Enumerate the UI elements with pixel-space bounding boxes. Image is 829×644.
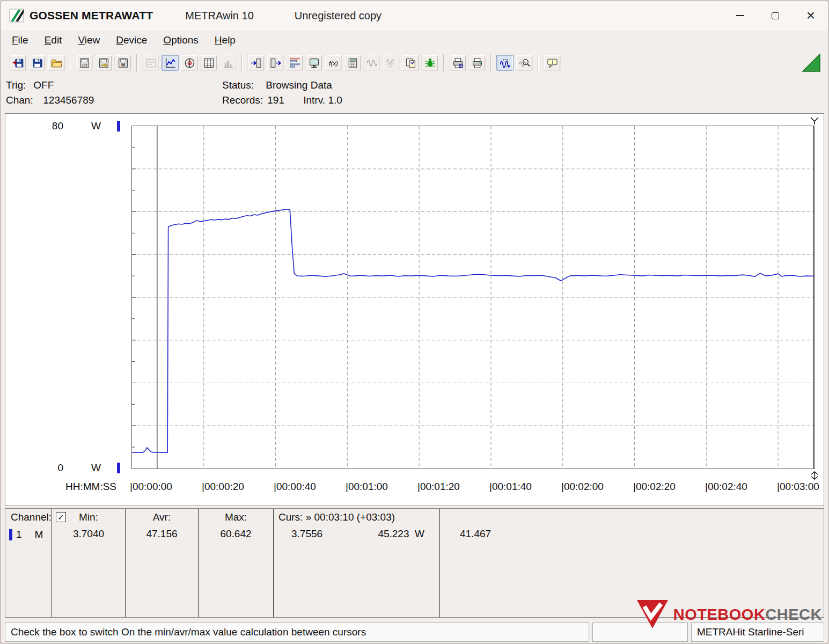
maximize-button[interactable] (758, 1, 793, 31)
max-column-header: Max: (199, 509, 273, 525)
hint-mode-icon: i (547, 57, 558, 69)
device-connect-icon (98, 57, 109, 69)
debug-mode-button[interactable] (421, 55, 438, 71)
scope-view-icon (184, 57, 195, 69)
close-icon: × (806, 8, 815, 23)
data-export-button[interactable] (267, 55, 284, 71)
x-tick-label: |00:01:00 (346, 481, 388, 493)
monitor-view-icon (309, 57, 320, 69)
menu-file[interactable]: File (4, 32, 36, 48)
channel-column-header: Channel: (5, 509, 52, 525)
zoom-time-button[interactable] (496, 55, 513, 71)
notebookcheck-logo-icon (636, 599, 669, 630)
minimize-button[interactable] (722, 1, 758, 31)
wave-view-icon (366, 57, 378, 69)
print-preview-button[interactable] (449, 55, 466, 71)
open-file-button[interactable] (48, 55, 65, 71)
device-read-icon: 125 (79, 57, 90, 69)
print-button[interactable] (468, 55, 486, 71)
timeline-view-icon (289, 57, 300, 69)
calculator-view-icon (347, 57, 358, 69)
device-settings-icon: M (118, 57, 129, 69)
statusbar-hint: Check the box to switch On the min/avr/m… (5, 623, 589, 642)
status-label: Status: (222, 78, 263, 93)
toolbar-separator (490, 54, 491, 71)
y-axis-max-label: 80 (40, 120, 63, 132)
calculator-view-button[interactable] (344, 55, 361, 71)
notes-view-button (142, 55, 159, 71)
gossen-metrawatt-logo-icon (9, 8, 25, 24)
channel1-axis-marker-top (117, 121, 120, 131)
zoom-free-button[interactable] (516, 55, 533, 71)
intrv-label: Intrv. (303, 94, 325, 106)
menu-edit[interactable]: Edit (36, 32, 70, 48)
avr-value: 47.156 (126, 525, 198, 541)
license-status: Unregistered copy (295, 10, 382, 22)
x-tick-label: |00:00:00 (130, 481, 172, 493)
device-settings-button[interactable]: M (114, 55, 131, 71)
toolbar-separator (538, 54, 539, 71)
channel-number: 1 (16, 529, 22, 540)
histogram-view-icon (223, 57, 234, 69)
copy-chart-icon (405, 57, 416, 69)
trend-view-button[interactable] (162, 55, 179, 71)
watermark-text-notebook: NOTEBOOK (673, 606, 766, 624)
intrv-value: 1.0 (328, 94, 342, 106)
save-file-button[interactable] (28, 55, 46, 71)
x-axis-caption: HH:MM:SS (65, 481, 116, 493)
save-data-button[interactable] (9, 55, 26, 71)
menu-options[interactable]: Options (155, 32, 206, 48)
svg-text:M: M (121, 62, 124, 68)
channel1-color-marker (9, 529, 12, 540)
max-value: 60.642 (199, 525, 273, 541)
x-tick-label: |00:03:00 (777, 481, 819, 493)
x-tick-label: |00:02:20 (633, 481, 676, 493)
zoom-time-icon (500, 57, 511, 69)
expand-chart-triangle[interactable] (802, 53, 821, 72)
records-label: Records: (222, 93, 265, 108)
y-axis-unit-bottom: W (91, 462, 101, 474)
copy-chart-button[interactable] (402, 55, 419, 71)
app-title: METRAwin 10 (185, 10, 253, 22)
device-connect-button[interactable] (95, 55, 112, 71)
print-preview-icon (452, 57, 464, 69)
trig-value: OFF (33, 79, 54, 91)
notebookcheck-watermark: NOTEBOOKCHECK (636, 599, 822, 630)
print-icon (472, 57, 483, 69)
min-value: 3.7040 (52, 525, 125, 541)
read-memory-button[interactable] (247, 55, 265, 71)
plot-frame (131, 126, 815, 469)
cursor2-handle-top[interactable] (810, 116, 819, 125)
y-axis-min-label: 0 (40, 462, 63, 474)
channel-mode: M (35, 529, 43, 540)
timeline-view-button[interactable] (286, 55, 303, 71)
close-button[interactable]: × (793, 1, 828, 31)
maximize-icon (772, 12, 779, 19)
histogram-view-button (219, 55, 237, 71)
hint-mode-button[interactable]: i (544, 55, 561, 71)
chart-plot-area[interactable] (132, 126, 814, 469)
menu-view[interactable]: View (70, 32, 108, 48)
channel-row-cell: 1 M (5, 525, 52, 541)
formula-view-icon: f(x) (328, 57, 339, 69)
cursor2-handle-bottom[interactable] (810, 471, 819, 480)
cursor-column-header: Curs: » 00:03:10 (+03:03) (274, 509, 439, 525)
minmax-between-cursors-checkbox[interactable]: ✓ (56, 512, 66, 522)
chan-label: Chan: (6, 93, 40, 108)
device-read-button[interactable]: 125 (76, 55, 93, 71)
monitor-view-button[interactable] (305, 55, 322, 71)
menu-device[interactable]: Device (108, 32, 155, 48)
scope-view-button[interactable] (181, 55, 198, 71)
cursor2-value: 45.223 W (378, 528, 424, 541)
wave-export-icon (386, 57, 397, 69)
formula-view-button[interactable]: f(x) (325, 55, 342, 71)
watermark-text-check: CHECK (765, 606, 822, 624)
avr-column-header: Avr: (126, 509, 198, 525)
toolbar-separator (241, 54, 243, 71)
title-bar: GOSSEN METRAWATT METRAwin 10 Unregistere… (1, 1, 828, 31)
open-file-icon (51, 57, 62, 69)
table-view-button[interactable] (200, 55, 217, 71)
menu-bar: File Edit View Device Options Help (1, 31, 828, 50)
save-data-icon (12, 57, 24, 69)
menu-help[interactable]: Help (207, 32, 244, 48)
